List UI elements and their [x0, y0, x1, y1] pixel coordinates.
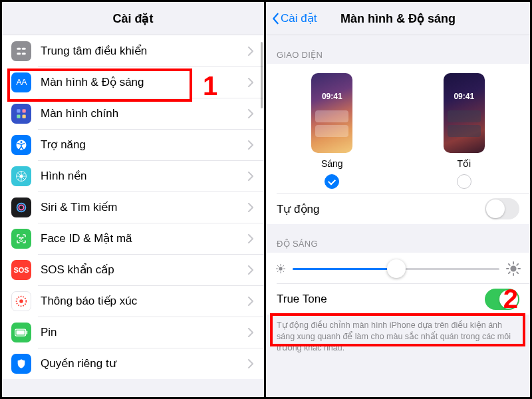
settings-root-pane: Cài đặt Trung tâm điều khiểnAAMàn hình &… [2, 2, 266, 397]
settings-row-privacy[interactable]: Quyền riêng tư [2, 348, 264, 379]
svg-point-22 [19, 299, 23, 303]
svg-point-19 [19, 237, 20, 237]
light-radio[interactable] [325, 174, 339, 189]
svg-rect-3 [22, 53, 26, 55]
row-label: Pin [41, 326, 248, 339]
chevron-left-icon [271, 13, 279, 25]
dark-preview: 09:41 [444, 73, 485, 153]
svg-point-26 [279, 267, 282, 270]
row-label: Siri & Tìm kiếm [41, 200, 248, 214]
chevron-right-icon [248, 109, 253, 118]
settings-row-home[interactable]: Màn hình chính [2, 98, 264, 129]
siri-icon [11, 198, 31, 217]
chevron-right-icon [248, 234, 253, 243]
light-preview: 09:41 [311, 73, 352, 153]
faceid-icon [11, 229, 31, 249]
settings-row-wallpaper[interactable]: Hình nền [2, 160, 264, 192]
settings-row-faceid[interactable]: Face ID & Mật mã [2, 223, 264, 254]
svg-rect-25 [27, 331, 28, 334]
settings-row-exposure[interactable]: Thông báo tiếp xúc [2, 285, 264, 317]
back-label: Cài đặt [281, 11, 317, 25]
appearance-card: 09:41 Sáng 09:41 Tối Tự động [266, 64, 530, 224]
appearance-option-light[interactable]: 09:41 Sáng [311, 73, 352, 189]
sun-small-icon [275, 263, 286, 274]
annotation-number-1: 1 [203, 71, 217, 101]
svg-point-35 [510, 265, 516, 271]
settings-row-display[interactable]: AAMàn hình & Độ sáng [2, 66, 264, 98]
home-icon [11, 104, 31, 124]
header: Cài đặt Màn hình & Độ sáng [266, 2, 530, 35]
display-brightness-pane: Cài đặt Màn hình & Độ sáng GIAO DIỆN 09:… [266, 2, 530, 397]
settings-row-control-center[interactable]: Trung tâm điều khiển [2, 35, 264, 66]
svg-line-40 [509, 264, 510, 265]
dark-label: Tối [457, 158, 471, 169]
svg-rect-4 [17, 109, 20, 112]
back-button[interactable]: Cài đặt [271, 11, 317, 25]
scrollbar[interactable] [261, 42, 263, 108]
chevron-right-icon [248, 78, 253, 87]
svg-line-43 [517, 264, 518, 265]
display-icon: AA [11, 72, 31, 92]
section-header-appearance: GIAO DIỆN [266, 35, 530, 64]
svg-rect-2 [17, 53, 21, 55]
sun-large-icon [506, 261, 521, 276]
row-label: Hình nền [41, 169, 248, 183]
svg-rect-1 [22, 47, 26, 49]
row-label: Face ID & Mật mã [41, 231, 248, 245]
svg-line-34 [283, 265, 283, 266]
chevron-right-icon [248, 47, 253, 56]
svg-rect-5 [23, 109, 26, 112]
svg-rect-24 [17, 330, 25, 334]
chevron-right-icon [248, 359, 253, 368]
row-label: Quyền riêng tư [41, 356, 248, 370]
page-title: Cài đặt [112, 11, 153, 26]
chevron-right-icon [248, 297, 253, 306]
svg-line-42 [509, 272, 510, 273]
wallpaper-icon [11, 166, 31, 186]
true-tone-row: True Tone [266, 284, 530, 315]
true-tone-footnote: Tự động điều chỉnh màn hình iPhone dựa t… [266, 315, 530, 362]
brightness-slider[interactable] [293, 259, 499, 278]
row-label: Trợ năng [41, 138, 248, 152]
row-label: Trung tâm điều khiển [41, 44, 248, 58]
exposure-icon [11, 291, 31, 311]
header: Cài đặt [2, 2, 264, 35]
row-label: SOS khẩn cấp [41, 263, 248, 277]
svg-rect-7 [23, 114, 26, 118]
settings-list: Trung tâm điều khiểnAAMàn hình & Độ sáng… [2, 35, 264, 379]
auto-appearance-row: Tự động [266, 194, 530, 224]
sos-icon: SOS [11, 260, 31, 280]
appearance-option-dark[interactable]: 09:41 Tối [444, 73, 485, 189]
dark-radio[interactable] [457, 174, 471, 189]
chevron-right-icon [248, 265, 253, 275]
chevron-right-icon [248, 203, 253, 212]
svg-rect-0 [17, 47, 21, 49]
svg-line-31 [277, 265, 278, 266]
light-label: Sáng [321, 158, 343, 169]
annotation-number-2: 2 [503, 284, 518, 314]
page-title: Màn hình & Độ sáng [340, 11, 456, 26]
settings-row-sos[interactable]: SOSSOS khẩn cấp [2, 254, 264, 285]
auto-label: Tự động [277, 202, 319, 216]
chevron-right-icon [248, 140, 253, 150]
svg-point-9 [21, 141, 23, 143]
settings-row-siri[interactable]: Siri & Tìm kiếm [2, 192, 264, 223]
auto-switch[interactable] [485, 198, 519, 219]
brightness-card: True Tone [266, 253, 530, 315]
row-label: Màn hình chính [41, 107, 248, 120]
settings-row-battery[interactable]: Pin [2, 317, 264, 348]
accessibility-icon [11, 135, 31, 155]
preview-clock: 09:41 [444, 92, 485, 101]
privacy-icon [11, 354, 31, 374]
battery-icon [11, 323, 31, 342]
svg-line-41 [517, 272, 518, 273]
settings-row-accessibility[interactable]: Trợ năng [2, 129, 264, 160]
chevron-right-icon [248, 172, 253, 181]
svg-point-20 [23, 237, 23, 237]
svg-line-32 [283, 271, 283, 271]
preview-clock: 09:41 [311, 92, 352, 101]
svg-rect-6 [17, 114, 20, 118]
section-header-brightness: ĐỘ SÁNG [266, 224, 530, 253]
row-label: Thông báo tiếp xúc [41, 294, 248, 308]
control-center-icon [11, 41, 31, 61]
